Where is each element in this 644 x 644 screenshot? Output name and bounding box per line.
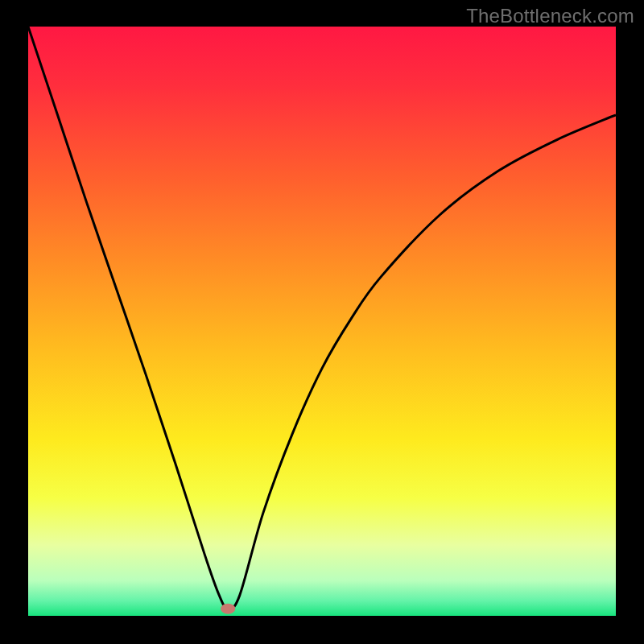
optimum-marker (221, 604, 235, 614)
chart-frame: TheBottleneck.com (0, 0, 644, 644)
chart-svg (28, 27, 616, 616)
plot-area (28, 27, 616, 616)
watermark: TheBottleneck.com (466, 5, 634, 27)
gradient-background (28, 27, 616, 616)
